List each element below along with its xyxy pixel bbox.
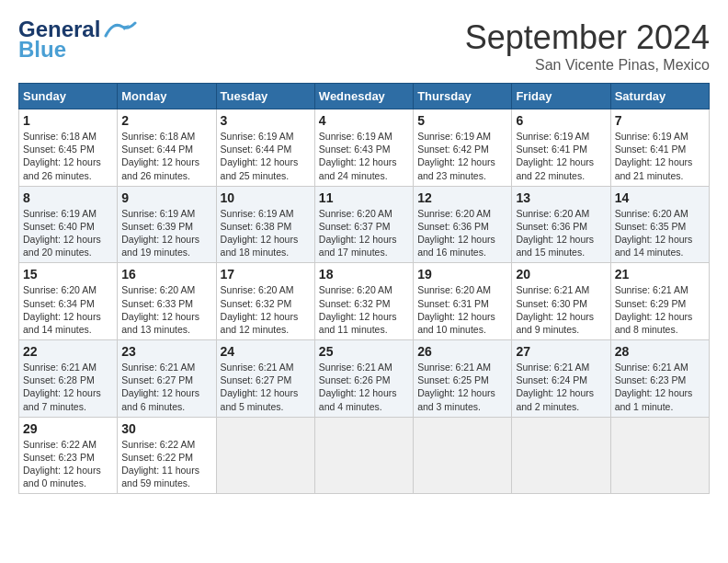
day-number: 4 [319,113,409,128]
calendar-day-cell: 9Sunrise: 6:19 AMSunset: 6:39 PMDaylight… [118,186,216,263]
day-info: Sunrise: 6:22 AMSunset: 6:23 PMDaylight:… [23,438,113,490]
day-number: 8 [23,190,113,205]
calendar-day-cell: 27Sunrise: 6:21 AMSunset: 6:24 PMDayligh… [512,340,610,418]
page-header: General Blue September 2024 San Vicente … [18,18,710,74]
location: San Vicente Pinas, Mexico [465,57,710,74]
day-info: Sunrise: 6:21 AMSunset: 6:30 PMDaylight:… [516,283,606,336]
logo-bird-icon [104,19,137,40]
calendar-day-cell: 2Sunrise: 6:18 AMSunset: 6:44 PMDaylight… [118,109,216,187]
calendar-header-row: Sunday Monday Tuesday Wednesday Thursday… [19,84,710,109]
day-number: 24 [221,344,311,359]
calendar-day-cell: 12Sunrise: 6:20 AMSunset: 6:36 PMDayligh… [414,186,512,263]
calendar-day-cell: 21Sunrise: 6:21 AMSunset: 6:29 PMDayligh… [610,263,709,340]
day-number: 28 [615,344,705,359]
calendar-day-cell: 3Sunrise: 6:19 AMSunset: 6:44 PMDaylight… [216,109,314,187]
calendar-day-cell: 10Sunrise: 6:19 AMSunset: 6:38 PMDayligh… [216,186,314,263]
day-info: Sunrise: 6:19 AMSunset: 6:38 PMDaylight:… [221,207,311,259]
calendar-day-cell: 13Sunrise: 6:20 AMSunset: 6:36 PMDayligh… [512,186,610,263]
calendar-day-cell [314,417,413,494]
day-number: 6 [516,113,606,128]
logo: General Blue [18,18,137,63]
calendar-day-cell: 1Sunrise: 6:18 AMSunset: 6:45 PMDaylight… [19,109,118,187]
day-number: 26 [417,344,507,359]
day-number: 27 [516,344,606,359]
day-number: 23 [121,344,211,359]
calendar-day-cell: 7Sunrise: 6:19 AMSunset: 6:41 PMDaylight… [610,109,709,187]
day-number: 18 [319,267,409,282]
day-number: 16 [121,267,211,282]
day-info: Sunrise: 6:21 AMSunset: 6:23 PMDaylight:… [615,361,705,413]
calendar-day-cell: 11Sunrise: 6:20 AMSunset: 6:37 PMDayligh… [314,186,413,263]
day-number: 15 [23,267,113,282]
day-number: 9 [121,190,211,205]
day-info: Sunrise: 6:18 AMSunset: 6:44 PMDaylight:… [121,130,211,182]
day-number: 7 [615,113,705,128]
day-info: Sunrise: 6:21 AMSunset: 6:24 PMDaylight:… [516,361,606,413]
calendar-day-cell: 19Sunrise: 6:20 AMSunset: 6:31 PMDayligh… [414,263,512,340]
day-info: Sunrise: 6:20 AMSunset: 6:37 PMDaylight:… [319,207,409,259]
calendar-day-cell [512,417,610,494]
calendar-table: Sunday Monday Tuesday Wednesday Thursday… [18,83,710,494]
title-area: September 2024 San Vicente Pinas, Mexico [465,18,710,74]
day-info: Sunrise: 6:19 AMSunset: 6:41 PMDaylight:… [615,130,705,182]
day-info: Sunrise: 6:19 AMSunset: 6:44 PMDaylight:… [221,130,311,182]
logo-text-blue: Blue [18,37,66,63]
day-number: 11 [319,190,409,205]
day-info: Sunrise: 6:21 AMSunset: 6:27 PMDaylight:… [121,361,211,413]
day-info: Sunrise: 6:21 AMSunset: 6:25 PMDaylight:… [417,361,507,413]
day-number: 12 [417,190,507,205]
day-info: Sunrise: 6:19 AMSunset: 6:39 PMDaylight:… [121,207,211,259]
day-number: 1 [23,113,113,128]
day-info: Sunrise: 6:20 AMSunset: 6:32 PMDaylight:… [319,283,409,336]
day-info: Sunrise: 6:22 AMSunset: 6:22 PMDaylight:… [121,438,211,490]
calendar-day-cell [610,417,709,494]
header-tuesday: Tuesday [216,84,314,109]
header-monday: Monday [118,84,216,109]
day-info: Sunrise: 6:19 AMSunset: 6:42 PMDaylight:… [417,130,507,182]
calendar-day-cell: 22Sunrise: 6:21 AMSunset: 6:28 PMDayligh… [19,340,118,418]
calendar-day-cell: 24Sunrise: 6:21 AMSunset: 6:27 PMDayligh… [216,340,314,418]
header-friday: Friday [512,84,610,109]
day-number: 22 [23,344,113,359]
day-info: Sunrise: 6:20 AMSunset: 6:31 PMDaylight:… [417,283,507,336]
calendar-day-cell: 20Sunrise: 6:21 AMSunset: 6:30 PMDayligh… [512,263,610,340]
calendar-day-cell: 6Sunrise: 6:19 AMSunset: 6:41 PMDaylight… [512,109,610,187]
calendar-day-cell: 16Sunrise: 6:20 AMSunset: 6:33 PMDayligh… [118,263,216,340]
day-info: Sunrise: 6:21 AMSunset: 6:26 PMDaylight:… [319,361,409,413]
day-number: 29 [23,421,113,436]
day-info: Sunrise: 6:20 AMSunset: 6:33 PMDaylight:… [121,283,211,336]
day-number: 25 [319,344,409,359]
calendar-day-cell: 14Sunrise: 6:20 AMSunset: 6:35 PMDayligh… [610,186,709,263]
calendar-week-row: 29Sunrise: 6:22 AMSunset: 6:23 PMDayligh… [19,417,710,494]
calendar-day-cell: 5Sunrise: 6:19 AMSunset: 6:42 PMDaylight… [414,109,512,187]
calendar-day-cell [216,417,314,494]
calendar-day-cell: 30Sunrise: 6:22 AMSunset: 6:22 PMDayligh… [118,417,216,494]
calendar-day-cell: 26Sunrise: 6:21 AMSunset: 6:25 PMDayligh… [414,340,512,418]
header-saturday: Saturday [610,84,709,109]
day-number: 13 [516,190,606,205]
calendar-week-row: 8Sunrise: 6:19 AMSunset: 6:40 PMDaylight… [19,186,710,263]
day-info: Sunrise: 6:19 AMSunset: 6:43 PMDaylight:… [319,130,409,182]
day-info: Sunrise: 6:18 AMSunset: 6:45 PMDaylight:… [23,130,113,182]
month-title: September 2024 [465,18,710,57]
header-sunday: Sunday [19,84,118,109]
header-thursday: Thursday [414,84,512,109]
day-number: 30 [121,421,211,436]
calendar-day-cell: 18Sunrise: 6:20 AMSunset: 6:32 PMDayligh… [314,263,413,340]
day-number: 19 [417,267,507,282]
header-wednesday: Wednesday [314,84,413,109]
day-info: Sunrise: 6:19 AMSunset: 6:41 PMDaylight:… [516,130,606,182]
day-number: 14 [615,190,705,205]
day-info: Sunrise: 6:19 AMSunset: 6:40 PMDaylight:… [23,207,113,259]
day-info: Sunrise: 6:20 AMSunset: 6:36 PMDaylight:… [516,207,606,259]
calendar-day-cell: 25Sunrise: 6:21 AMSunset: 6:26 PMDayligh… [314,340,413,418]
day-number: 21 [615,267,705,282]
day-info: Sunrise: 6:20 AMSunset: 6:36 PMDaylight:… [417,207,507,259]
calendar-day-cell: 23Sunrise: 6:21 AMSunset: 6:27 PMDayligh… [118,340,216,418]
day-number: 3 [221,113,311,128]
day-number: 2 [121,113,211,128]
calendar-day-cell: 17Sunrise: 6:20 AMSunset: 6:32 PMDayligh… [216,263,314,340]
calendar-day-cell: 29Sunrise: 6:22 AMSunset: 6:23 PMDayligh… [19,417,118,494]
day-info: Sunrise: 6:21 AMSunset: 6:27 PMDaylight:… [221,361,311,413]
day-info: Sunrise: 6:21 AMSunset: 6:29 PMDaylight:… [615,283,705,336]
